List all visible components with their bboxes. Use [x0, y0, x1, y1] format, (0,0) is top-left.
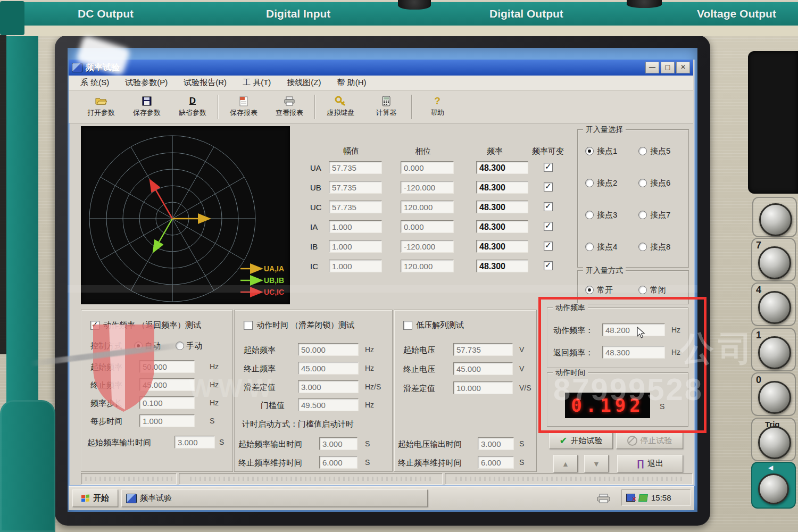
- action-frequency-test-checkbox[interactable]: [90, 321, 99, 330]
- contact-2-radio[interactable]: [585, 179, 594, 187]
- end-voltage-field[interactable]: 45.000: [453, 362, 513, 375]
- virtual-keyboard-button[interactable]: 虚拟键盘: [318, 93, 363, 121]
- menu-system[interactable]: 系 统(S): [80, 78, 109, 88]
- time-end-frequency-field[interactable]: 45.000: [298, 362, 359, 375]
- package-icon[interactable]: [638, 494, 648, 502]
- menu-help[interactable]: 帮 助(H): [337, 78, 366, 88]
- start-voltage-field[interactable]: 57.735: [453, 343, 513, 356]
- threshold-field[interactable]: 49.500: [298, 398, 359, 411]
- knob-button[interactable]: [752, 197, 797, 237]
- ic-frequency-field[interactable]: 48.300: [476, 260, 528, 272]
- default-params-button[interactable]: D 缺省参数: [170, 93, 215, 121]
- step-time-field[interactable]: 1.000: [139, 414, 195, 427]
- start-test-button[interactable]: ✔ 开始试验: [549, 432, 613, 449]
- action-time-test-checkbox[interactable]: [244, 321, 253, 330]
- keypad-button-trig[interactable]: Trig: [751, 418, 796, 461]
- keypad-button-0[interactable]: 0: [751, 372, 796, 416]
- view-report-button[interactable]: 查看报表: [267, 93, 312, 121]
- ic-amplitude-field[interactable]: 1.000: [329, 260, 382, 272]
- minimize-button[interactable]: —: [645, 62, 659, 73]
- col-header-amplitude: 幅值: [343, 146, 359, 156]
- menu-test-report[interactable]: 试验报告(R): [184, 78, 227, 88]
- ib-frequency-field[interactable]: 48.300: [476, 240, 528, 253]
- auto-radio[interactable]: [134, 342, 143, 350]
- ib-freq-variable-checkbox[interactable]: [544, 242, 553, 251]
- slip-setting-field[interactable]: 3.000: [298, 380, 359, 393]
- field-label: 终止电压: [403, 364, 435, 375]
- voltage-end-hold-time-field[interactable]: 6.000: [478, 456, 514, 469]
- menu-test-params[interactable]: 试验参数(P): [125, 78, 168, 88]
- voltage-slip-setting-field[interactable]: 10.000: [453, 381, 513, 394]
- help-button[interactable]: ? 帮助: [414, 93, 460, 121]
- keypad-button-1[interactable]: 1: [751, 328, 796, 371]
- save-report-button[interactable]: 保存报表: [221, 93, 267, 121]
- normally-open-radio[interactable]: [585, 286, 594, 294]
- uc-freq-variable-checkbox[interactable]: [544, 202, 553, 211]
- printer-tray-icon[interactable]: [597, 494, 611, 503]
- close-button[interactable]: ✕: [676, 62, 690, 73]
- scroll-up-button[interactable]: ▲: [553, 455, 578, 472]
- window-titlebar[interactable]: 频率试验 — ▢ ✕: [69, 60, 693, 76]
- normally-closed-radio[interactable]: [638, 286, 647, 294]
- scroll-down-button[interactable]: ▼: [584, 455, 609, 472]
- input-select-title: 开入量选择: [583, 125, 626, 135]
- frequency-step-field[interactable]: 0.100: [139, 396, 195, 409]
- ib-phase-field[interactable]: -120.000: [401, 240, 454, 253]
- ua-frequency-field[interactable]: 48.300: [476, 161, 528, 174]
- contact-3-radio[interactable]: [585, 211, 594, 219]
- manual-radio[interactable]: [176, 342, 184, 350]
- time-start-output-time-field[interactable]: 3.000: [319, 437, 358, 450]
- contact-7-radio[interactable]: [638, 211, 647, 219]
- taskbar-item-frequency-test[interactable]: 频率试验: [121, 489, 428, 507]
- save-params-button[interactable]: 保存参数: [124, 93, 170, 121]
- action-frequency-test-label: 动作频率 （返回频率）测试: [103, 320, 201, 330]
- start-menu-button[interactable]: 开始: [72, 489, 118, 507]
- ub-phase-field[interactable]: -120.000: [401, 181, 454, 194]
- contact-1-radio[interactable]: [585, 147, 594, 155]
- time-end-hold-time-field[interactable]: 6.000: [319, 456, 358, 469]
- ua-phase-field[interactable]: 0.000: [401, 161, 454, 174]
- ub-frequency-field[interactable]: 48.300: [476, 181, 528, 194]
- toolbar-label: 帮助: [430, 108, 444, 118]
- ua-amplitude-field[interactable]: 57.735: [329, 161, 382, 174]
- maximize-button[interactable]: ▢: [661, 62, 675, 73]
- contact-8-radio[interactable]: [638, 243, 647, 251]
- calculator-button[interactable]: 计算器: [363, 93, 409, 121]
- network-icon[interactable]: ✕: [626, 494, 635, 502]
- start-voltage-output-time-field[interactable]: 3.000: [478, 437, 514, 450]
- toolbar-label: 保存参数: [133, 108, 161, 118]
- ia-phase-field[interactable]: 0.000: [401, 220, 454, 233]
- ia-frequency-field[interactable]: 48.300: [476, 220, 528, 233]
- low-voltage-test-checkbox[interactable]: [403, 321, 412, 330]
- menu-tools[interactable]: 工 具(T): [243, 78, 271, 88]
- ic-freq-variable-checkbox[interactable]: [544, 261, 553, 270]
- phasor-diagram: UA,IA UB,IB UC,IC: [81, 126, 290, 304]
- contact-4-radio[interactable]: [585, 243, 594, 251]
- ia-amplitude-field[interactable]: 1.000: [329, 220, 382, 233]
- end-frequency-field[interactable]: 45.000: [139, 378, 195, 391]
- exit-button[interactable]: ∏ 退出: [617, 455, 683, 472]
- ua-freq-variable-checkbox[interactable]: [544, 163, 553, 172]
- contact-6-radio[interactable]: [638, 179, 647, 187]
- metal-knob: [758, 381, 791, 414]
- field-label: 滑差定值: [403, 384, 435, 394]
- uc-frequency-field[interactable]: 48.300: [476, 201, 528, 213]
- uc-phase-field[interactable]: 120.000: [401, 201, 454, 213]
- start-frequency-field[interactable]: 50.000: [139, 360, 195, 373]
- time-start-frequency-field[interactable]: 50.000: [298, 343, 359, 356]
- ub-freq-variable-checkbox[interactable]: [544, 182, 553, 192]
- ub-amplitude-field[interactable]: 57.735: [329, 181, 382, 194]
- stop-test-button[interactable]: 停止试验: [616, 432, 683, 449]
- uc-amplitude-field[interactable]: 57.735: [329, 201, 382, 213]
- keypad-button-7[interactable]: 7: [751, 238, 796, 281]
- ia-freq-variable-checkbox[interactable]: [544, 222, 553, 231]
- keypad-button-4[interactable]: 4: [751, 282, 796, 326]
- open-params-button[interactable]: 打开参数: [78, 93, 124, 121]
- menu-wiring-diagram[interactable]: 接线图(Z): [287, 78, 321, 88]
- contact-5-radio[interactable]: [638, 147, 647, 155]
- ic-phase-field[interactable]: 120.000: [401, 260, 454, 272]
- ib-amplitude-field[interactable]: 1.000: [329, 240, 382, 253]
- start-freq-output-time-field[interactable]: 3.000: [174, 436, 215, 448]
- field-label: 起始频率: [244, 345, 276, 355]
- keypad-button-left-arrow[interactable]: ◀: [751, 462, 796, 509]
